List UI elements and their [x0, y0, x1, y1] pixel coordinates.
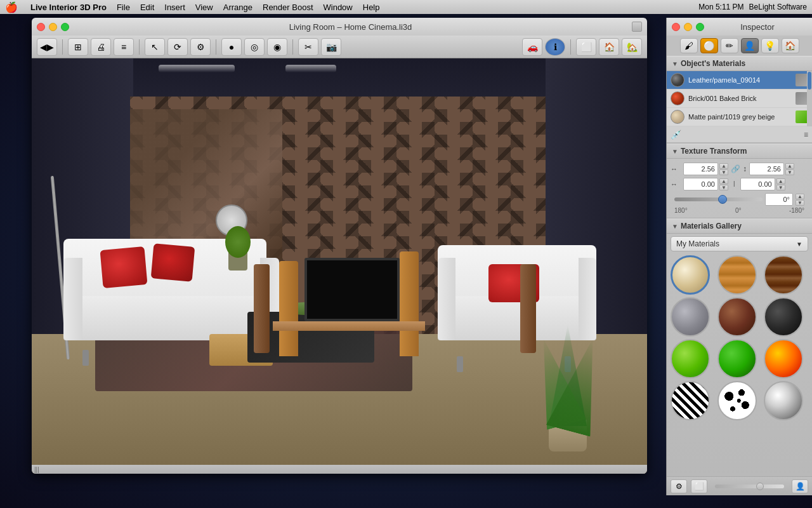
window-close-button[interactable] [37, 23, 45, 31]
toolbar-house-btn[interactable]: 🏠 [599, 38, 619, 56]
rotation-up-btn[interactable]: ▲ [796, 194, 804, 199]
window-resize-button[interactable] [632, 22, 642, 32]
inspector-bottom-toolbar: ⚙ ⬜ 👤 [667, 476, 812, 495]
height-up-btn[interactable]: ▲ [785, 163, 794, 169]
offset-x-down-btn[interactable]: ▼ [719, 185, 728, 190]
toolbar-2d-btn[interactable]: ⬜ [576, 38, 596, 56]
gallery-material-fire[interactable] [764, 339, 803, 378]
gallery-material-chrome[interactable] [764, 381, 803, 420]
toolbar-rotate-btn[interactable]: ⟳ [167, 38, 188, 56]
rotation-stepper[interactable]: ▲ ▼ [796, 194, 804, 206]
gallery-material-dalmatian[interactable] [717, 381, 757, 420]
inspector-maximize-btn[interactable] [696, 23, 704, 31]
eyedropper-icon[interactable]: 💉 [671, 130, 681, 140]
offset-x-input[interactable]: 0.00 [683, 178, 718, 190]
gallery-material-wood-light[interactable] [717, 255, 757, 295]
menu-file[interactable]: File [117, 3, 130, 12]
offset-y-down-btn[interactable]: ▼ [776, 185, 785, 190]
material-item-paint[interactable]: Matte paint/1019 grey beige [667, 108, 812, 126]
offset-y-up-btn[interactable]: ▲ [776, 178, 785, 184]
menu-app[interactable]: Live Interior 3D Pro [30, 3, 107, 12]
gallery-material-wood-dark[interactable] [764, 255, 803, 295]
link-icon[interactable]: 🔗 [731, 164, 740, 173]
texture-transform-header: ▼ Texture Transform [667, 144, 812, 159]
gallery-material-dark-metal[interactable] [764, 297, 803, 337]
tab-lightbulb[interactable]: 💡 [761, 38, 779, 53]
viewport-scrollbar[interactable]: ||| [32, 465, 647, 474]
settings-btn[interactable]: ⚙ [671, 479, 687, 493]
tab-sphere[interactable]: ⚪ [700, 38, 718, 53]
offset-y-input[interactable]: 0.00 [740, 178, 775, 190]
offset-y-stepper[interactable]: ▲ ▼ [776, 178, 785, 190]
toolbar-camera-btn[interactable]: 📷 [321, 38, 341, 56]
toolbar-transform-btn[interactable]: ⚙ [190, 38, 211, 56]
rotation-slider-thumb[interactable] [718, 195, 727, 204]
width-up-btn[interactable]: ▲ [719, 163, 728, 169]
tab-person[interactable]: 👤 [741, 38, 759, 53]
rotation-down-btn[interactable]: ▼ [796, 200, 804, 206]
menu-window[interactable]: Window [324, 3, 353, 12]
gallery-material-zebra[interactable] [671, 381, 710, 420]
menu-help[interactable]: Help [363, 3, 380, 12]
rotation-input[interactable]: 0° [765, 193, 793, 206]
menu-insert[interactable]: Insert [164, 3, 185, 12]
toolbar-floorplan-btn[interactable]: ⊞ [68, 38, 88, 56]
toolbar-select-btn[interactable]: ↖ [145, 38, 165, 56]
tab-pencil[interactable]: ✏ [721, 38, 738, 53]
window-maximize-button[interactable] [61, 23, 69, 31]
height-input[interactable]: 2.56 [749, 163, 784, 175]
inspector-close-btn[interactable] [672, 23, 680, 31]
menu-edit[interactable]: Edit [140, 3, 154, 12]
export-btn[interactable]: ⬜ [691, 479, 707, 493]
toolbar-list-btn[interactable]: ≡ [114, 38, 134, 56]
tab-materials[interactable]: 🖌 [680, 38, 698, 53]
toolbar-car-btn[interactable]: 🚗 [522, 38, 542, 56]
room-scene: ||| [32, 58, 647, 474]
tab-house[interactable]: 🏠 [782, 38, 799, 53]
toolbar-scissors-btn[interactable]: ✂ [298, 38, 318, 56]
width-input[interactable]: 2.56 [683, 163, 718, 175]
materials-gallery-dropdown[interactable]: My Materials ▼ [671, 236, 808, 251]
inspector-title: Inspector [708, 22, 807, 32]
toolbar-house2-btn[interactable]: 🏡 [622, 38, 642, 56]
menu-render-boost[interactable]: Render Boost [263, 3, 313, 12]
toolbar-pan-btn[interactable]: ◉ [267, 38, 287, 56]
material-scrollbar[interactable] [807, 71, 812, 126]
offset-x-stepper[interactable]: ▲ ▼ [719, 178, 728, 190]
person-btn[interactable]: 👤 [792, 479, 808, 493]
bottom-slider-track[interactable] [715, 485, 784, 488]
width-down-btn[interactable]: ▼ [719, 170, 728, 175]
bottom-slider-thumb[interactable] [756, 483, 764, 490]
inspector-titlebar: Inspector [667, 18, 812, 36]
material-name-brick: Brick/001 Baked Brick [688, 95, 757, 102]
section-arrow-2: ▼ [672, 148, 678, 155]
gallery-material-green-1[interactable] [671, 339, 710, 378]
materials-gallery-grid [671, 255, 808, 420]
gallery-material-green-2[interactable] [717, 339, 757, 378]
menu-arrange[interactable]: Arrange [223, 3, 252, 12]
viewport[interactable]: ||| [32, 58, 647, 474]
inspector-minimize-btn[interactable] [684, 23, 692, 31]
list-options-icon[interactable]: ≡ [804, 130, 808, 139]
toolbar-print-btn[interactable]: 🖨 [91, 38, 111, 56]
menu-view[interactable]: View [195, 3, 213, 12]
material-item-brick[interactable]: Brick/001 Baked Brick [667, 90, 812, 108]
material-list[interactable]: Leather/pamela_09014 Brick/001 Baked Bri… [667, 71, 812, 126]
gallery-material-brown-leather[interactable] [717, 297, 757, 337]
height-down-btn[interactable]: ▼ [785, 170, 794, 175]
toolbar-point-btn[interactable]: ● [221, 38, 242, 56]
rotation-slider-track[interactable] [674, 197, 763, 201]
toolbar-orbit-btn[interactable]: ◎ [244, 38, 265, 56]
plant-small [228, 251, 247, 271]
section-arrow-1: ▼ [672, 60, 678, 67]
offset-x-up-btn[interactable]: ▲ [719, 178, 728, 184]
window-minimize-button[interactable] [49, 23, 57, 31]
gallery-material-concrete[interactable] [671, 297, 710, 337]
material-item-leather[interactable]: Leather/pamela_09014 [667, 71, 812, 90]
height-stepper[interactable]: ▲ ▼ [785, 163, 794, 175]
width-stepper[interactable]: ▲ ▼ [719, 163, 728, 175]
gallery-material-beige[interactable] [671, 255, 710, 295]
toolbar-nav-btn[interactable]: ◀▶ [37, 38, 57, 56]
toolbar-info-btn[interactable]: ℹ [545, 38, 565, 56]
apple-menu[interactable]: 🍎 [5, 1, 18, 13]
